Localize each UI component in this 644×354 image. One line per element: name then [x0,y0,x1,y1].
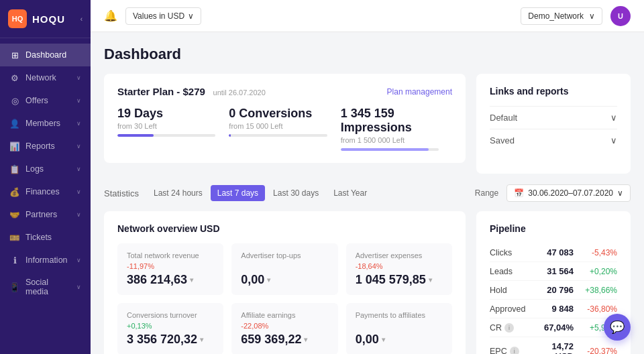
sidebar-item-members[interactable]: 👤 Members ∨ [0,112,91,135]
bell-icon[interactable]: 🔔 [104,9,117,22]
sidebar: HQ HOQU ‹ ⊞ Dashboard ⚙ Network ∨ ◎ Offe… [0,0,91,354]
topbar: 🔔 Values in USD ∨ Demo_Network ∨ U [91,0,644,32]
currency-label: Values in USD [133,11,184,21]
sidebar-item-label: Partners [25,210,71,219]
ov-change: -18,64% [356,262,443,270]
sidebar-item-reports[interactable]: 📊 Reports ∨ [0,135,91,158]
ov-arrow: ▾ [267,276,270,284]
ov-label: Advertiser top-ups [241,251,328,259]
pipeline-row-clicks: Clicks 47 083 -5,43% [490,243,617,262]
ov-value: 3 356 720,32 ▾ [127,333,214,347]
ov-value: 0,00 ▾ [241,273,328,287]
currency-selector[interactable]: Values in USD ∨ [125,7,201,25]
sidebar-item-label: Network [25,73,71,82]
metric-conversions: 0 Conversions from 15 000 Left [229,107,340,151]
network-overview-card: Network overview USD Total network reven… [104,211,466,354]
ov-label: Conversions turnover [127,311,214,319]
sidebar-item-label: Tickets [25,233,81,242]
links-saved-item[interactable]: Saved ∨ [490,129,617,152]
chevron-down-icon: ∨ [76,188,81,195]
page-title: Dashboard [104,46,631,63]
reports-icon: 📊 [9,141,20,152]
chevron-down-icon: ∨ [610,113,617,123]
pipeline-hold-value: 20 796 [537,285,574,295]
chevron-down-icon: ∨ [76,166,81,172]
pipeline-title: Pipeline [490,223,617,234]
network-icon: ⚙ [9,72,20,83]
tab-last-24-hours[interactable]: Last 24 hours [147,185,209,201]
logs-icon: 📋 [9,164,20,174]
ov-label: Affiliate earnings [241,311,328,319]
sidebar-item-social-media[interactable]: 📱 Social media ∨ [0,272,91,302]
statistics-bar: Statistics Last 24 hours Last 7 days Las… [104,184,631,202]
pipeline-row-epc: EPC i 14,72 USD -20,37% [490,337,617,354]
sidebar-item-label: Finances [25,187,71,196]
sidebar-item-label: Social media [25,278,71,296]
plan-management-link[interactable]: Plan management [387,87,452,97]
pipeline-leads-value: 31 564 [537,266,574,276]
links-default-item[interactable]: Default ∨ [490,106,617,129]
user-avatar[interactable]: U [610,6,631,26]
overview-payments-affiliates: Payments to affiliates 0,00 ▾ [346,303,452,354]
ov-change: -22,08% [241,322,328,330]
network-selector[interactable]: Demo_Network ∨ [521,7,602,25]
members-icon: 👤 [9,118,20,129]
pipeline-clicks-label: Clicks [490,248,537,257]
chevron-down-icon: ∨ [76,257,81,263]
ov-value: 659 369,22 ▾ [241,333,328,347]
chevron-down-icon: ∨ [610,135,617,145]
dashboard-icon: ⊞ [9,50,20,60]
date-range-picker[interactable]: 📅 30.06.2020–07.07.2020 ∨ [506,184,631,202]
social-icon: 📱 [9,282,20,292]
starter-metrics: 19 Days from 30 Left 0 Conversions from … [117,107,452,151]
metric-days-progress [117,134,215,137]
statistics-label: Statistics [104,188,139,198]
ov-arrow: ▾ [190,276,193,284]
pipeline-hold-label: Hold [490,286,537,295]
range-label: Range [475,188,498,198]
statistics-tabs: Last 24 hours Last 7 days Last 30 days L… [147,185,374,201]
epc-info-icon[interactable]: i [510,347,519,354]
chevron-down-icon: ∨ [76,74,81,81]
metric-conversions-progress [229,134,327,137]
network-label: Demo_Network [528,11,584,21]
sidebar-item-label: Information [25,255,71,265]
starter-plan-date: until 26.07.2020 [213,88,266,97]
sidebar-item-label: Reports [25,141,71,151]
sidebar-item-logs[interactable]: 📋 Logs ∨ [0,158,91,180]
overview-advertiser-expenses: Advertiser expenses -18,64% 1 045 579,85… [346,243,452,295]
metric-impressions: 1 345 159 Impressions from 1 500 000 Lef… [341,107,452,151]
pipeline-approved-value: 9 848 [537,304,574,314]
sidebar-item-label: Dashboard [25,50,81,60]
sidebar-item-tickets[interactable]: 🎫 Tickets [0,226,91,249]
sidebar-item-dashboard[interactable]: ⊞ Dashboard [0,44,91,66]
overview-title: Network overview USD [117,223,452,234]
chevron-down-icon: ∨ [188,11,194,21]
sidebar-item-network[interactable]: ⚙ Network ∨ [0,66,91,89]
tab-last-30-days[interactable]: Last 30 days [266,185,325,201]
ov-value: 0,00 ▾ [356,333,443,347]
chat-button[interactable]: 💬 [604,314,631,341]
ov-arrow: ▾ [200,336,203,343]
sidebar-item-finances[interactable]: 💰 Finances ∨ [0,180,91,203]
sidebar-item-information[interactable]: ℹ Information ∨ [0,249,91,272]
tab-last-7-days[interactable]: Last 7 days [211,185,265,201]
tab-last-year[interactable]: Last Year [327,185,374,201]
cr-info-icon[interactable]: i [504,323,514,333]
logo-icon: HQ [8,9,27,28]
ov-arrow: ▾ [382,336,385,343]
pipeline-row-hold: Hold 20 796 +38,66% [490,281,617,300]
pipeline-clicks-value: 47 083 [537,247,574,257]
sidebar-item-label: Logs [25,164,71,174]
pipeline-row-approved: Approved 9 848 -36,80% [490,300,617,318]
sidebar-collapse-icon[interactable]: ‹ [80,15,83,23]
pipeline-row-cr: CR i 67,04% +5,96% [490,318,617,337]
sidebar-item-partners[interactable]: 🤝 Partners ∨ [0,203,91,226]
tickets-icon: 🎫 [9,232,20,243]
ov-label: Advertiser expenses [356,251,443,259]
chevron-down-icon: ∨ [76,284,81,290]
progress-fill [229,134,231,137]
sidebar-item-offers[interactable]: ◎ Offers ∨ [0,89,91,112]
links-default-label: Default [490,113,517,123]
links-reports-title: Links and reports [490,86,617,97]
